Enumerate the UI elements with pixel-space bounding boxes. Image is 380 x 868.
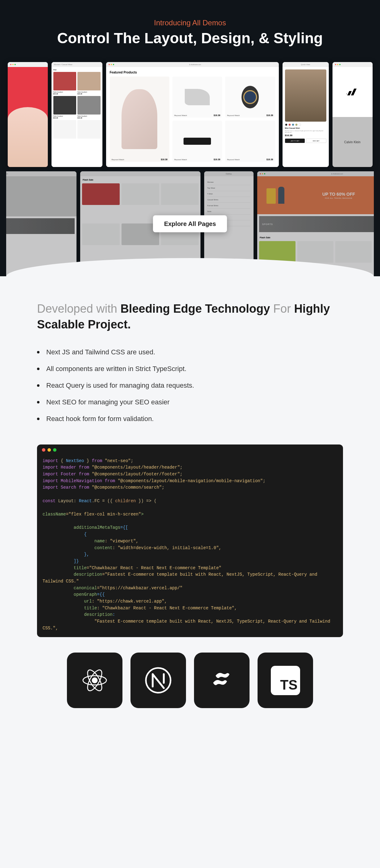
- features-list: Next JS and Tailwind CSS are used.All co…: [37, 348, 343, 423]
- breadcrumb-text: Women / Casual Wear: [54, 64, 72, 65]
- product-watch: Reynord Watch$16.38: [225, 76, 275, 118]
- product-backpack: Reynord Watch$16.38: [110, 76, 170, 162]
- tech-section: Developed with Bleeding Edge Technology …: [0, 276, 380, 726]
- quickview-desc: A perfect top is a mid-waist length garm…: [285, 130, 326, 133]
- code-content: import { NextSeo } from "next-seo"; impo…: [37, 455, 343, 638]
- headline-text: Control The Layout, Design, & Styling: [6, 30, 374, 46]
- feature-item: Next SEO for managing your SEO easier: [37, 398, 343, 406]
- menu-brand: Cartsy.: [226, 173, 232, 175]
- svg-rect-1: [347, 91, 352, 95]
- menu-item: Top Wear: [207, 185, 250, 191]
- featured-title: Featured Products: [110, 71, 275, 74]
- nextjs-icon: [131, 653, 186, 708]
- url-text: & chokbazar.com: [115, 64, 275, 65]
- color-swatches: [285, 123, 326, 126]
- svg-point-3: [92, 678, 97, 683]
- quickview-name: Mini Casual Shirt: [285, 127, 326, 129]
- feature-item: React Query is used for managing data re…: [37, 381, 343, 390]
- feature-item: React hook form for form validation.: [37, 415, 343, 423]
- menu-item: Women: [207, 179, 250, 185]
- tech-icons-row: TS: [37, 653, 343, 708]
- code-block: import { NextSeo } from "next-seo"; impo…: [37, 444, 343, 638]
- flash-title: Flash Sale: [80, 176, 201, 183]
- feature-item: All components are written in Strict Typ…: [37, 365, 343, 373]
- demo-screenshot-2[interactable]: Women / Casual Wear Filter Style Quotien…: [51, 62, 102, 167]
- sports-banner: SPORTS: [6, 218, 75, 234]
- explore-button[interactable]: Explore All Pages: [153, 215, 227, 232]
- menu-item: Casual Shirts: [207, 197, 250, 203]
- feature-item: Next JS and Tailwind CSS are used.: [37, 348, 343, 356]
- ck-logo: Calvin Klein: [333, 117, 373, 167]
- add-cart-btn: + ADD TO CART: [285, 138, 305, 143]
- demo-screenshot-1[interactable]: [8, 62, 48, 167]
- filter-label: Filter: [54, 69, 57, 71]
- svg-rect-0: [346, 94, 347, 95]
- adidas-logo: [333, 67, 373, 117]
- code-header: [37, 444, 343, 455]
- quickview-title: Quick View: [301, 64, 310, 65]
- svg-rect-2: [351, 89, 356, 95]
- product-sunglasses: Reynord Watch$16.38: [172, 121, 222, 162]
- demo-screenshot-6[interactable]: & chokbazar.com 25% OFFON SELECTED ITEMS…: [6, 171, 76, 276]
- demo-screenshot-4[interactable]: Quick View Mini Casual Shirt A perfect t…: [282, 62, 329, 167]
- demo-screenshot-3[interactable]: & chokbazar.com Featured Products Reynor…: [106, 62, 279, 167]
- orange-banner: UP TO 60% OFFFOR ALL TRAVEL BAGGAGE: [257, 176, 374, 214]
- menu-item: Formal Shirts: [207, 203, 250, 209]
- menu-item: Suits: [207, 209, 250, 215]
- quickview-image: [285, 69, 326, 122]
- eyebrow-text: Introducing All Demos: [6, 19, 374, 27]
- quickview-price: $16.38: [285, 134, 326, 137]
- demo-screenshot-5[interactable]: Calvin Klein: [333, 62, 373, 167]
- hero-section: Introducing All Demos Control The Layout…: [0, 0, 380, 276]
- tech-heading: Developed with Bleeding Edge Technology …: [37, 301, 343, 333]
- react-icon: [67, 653, 123, 708]
- product-sneaker: Reynord Watch$16.38: [172, 76, 222, 118]
- typescript-icon: TS: [257, 653, 313, 708]
- menu-item: T-Shirt: [207, 191, 250, 197]
- intro-block: Introducing All Demos Control The Layout…: [6, 19, 374, 46]
- view-cart-btn: VIEW CART: [306, 138, 326, 143]
- screenshots-row-1: Women / Casual Wear Filter Style Quotien…: [6, 62, 374, 167]
- product-extra: Reynord Watch$16.38: [225, 121, 275, 162]
- tailwind-icon: [194, 653, 249, 708]
